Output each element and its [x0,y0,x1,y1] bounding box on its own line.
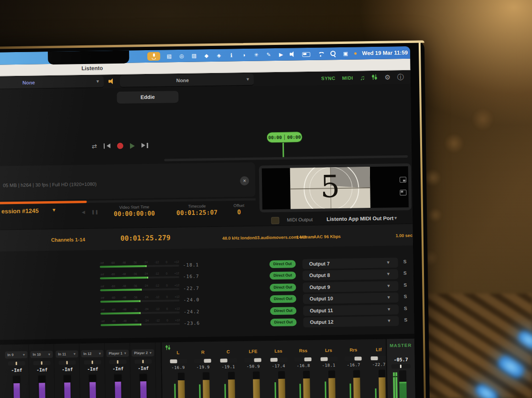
pan-slider[interactable] [135,359,152,364]
fader-handle[interactable] [64,375,71,382]
fader-handle[interactable] [140,374,147,381]
skip-back-icon[interactable]: ◀ [82,210,85,215]
playhead-badge[interactable]: 00:00 00:00 [267,131,303,143]
fader-handle[interactable] [278,371,285,379]
record-button[interactable] [117,143,123,149]
browser-icon[interactable]: ◎ [178,52,185,59]
profile-button[interactable]: Eddie [117,91,178,104]
fader-track[interactable] [219,372,238,398]
fader-track[interactable] [270,371,288,398]
skip-forward-button[interactable] [141,143,148,148]
video-preview[interactable]: 5 [262,166,409,210]
pan-thumb[interactable] [170,359,177,363]
fader-handle[interactable] [203,372,209,380]
input-select[interactable]: In 9▼ [5,351,27,359]
pan-thumb[interactable] [371,356,378,360]
pan-slider[interactable] [294,357,313,362]
user-switch-icon[interactable]: ▣ [342,50,349,57]
direct-out-button[interactable]: Direct Out [270,283,296,291]
chevron-down-icon[interactable]: ▼ [393,215,398,220]
pan-slider[interactable] [33,361,51,366]
timeline-scrubber[interactable] [164,155,408,161]
fader-handle[interactable] [228,372,235,379]
fader-track[interactable] [12,375,21,398]
fader-handle[interactable] [253,372,260,379]
fader-track[interactable] [294,371,313,398]
pan-slider[interactable] [84,360,101,365]
midi-port-select[interactable]: Listento App MIDI Out Port [326,215,393,222]
pan-slider[interactable] [244,357,262,363]
pan-thumb[interactable] [254,358,261,362]
session-select[interactable]: ession #1245 [1,207,39,215]
sync-button[interactable]: SYNC [321,75,336,81]
pan-slider[interactable] [194,358,212,364]
pan-slider[interactable] [370,356,388,361]
solo-button[interactable]: S [403,259,407,264]
gear-icon[interactable]: ⚙ [384,74,391,80]
fader-handle[interactable] [353,370,360,377]
fader-track[interactable] [38,375,46,398]
output-select[interactable]: Output 9▼ [303,281,398,292]
search-icon[interactable] [329,50,337,57]
input-select[interactable]: In 10▼ [30,351,53,358]
chat-icon[interactable]: ◆ [203,52,210,59]
solo-button[interactable]: S [403,282,407,288]
pan-slider[interactable] [345,356,363,361]
direct-out-button[interactable]: Direct Out [270,307,296,315]
solo-button[interactable]: S [404,306,407,311]
input-select[interactable]: In 11▼ [55,350,78,358]
output-select[interactable]: Output 12▼ [303,316,399,327]
output-select[interactable]: Output 7▼ [303,258,398,269]
files-icon[interactable]: ▨ [190,52,197,59]
pan-thumb[interactable] [271,358,278,362]
fader-track[interactable] [63,374,72,398]
pan-slider[interactable] [109,360,127,365]
fader-handle[interactable] [178,373,185,380]
fader-track[interactable] [320,370,338,398]
fader-track[interactable] [169,373,188,398]
wifi-icon[interactable] [317,50,324,57]
fader-track[interactable] [244,371,263,398]
offset-field[interactable]: Offset 0 [225,203,253,216]
volume-icon[interactable] [290,51,297,58]
pan-slider[interactable] [8,361,25,366]
master-pan-slider[interactable] [391,364,411,369]
master-fader[interactable] [399,382,407,398]
output-select[interactable]: Output 8▼ [303,269,398,280]
sliders-icon[interactable] [371,74,378,81]
input-select[interactable]: In 12▼ [81,350,103,357]
pan-slider[interactable] [59,360,76,365]
pan-thumb[interactable] [304,357,312,361]
fader-track[interactable] [88,374,97,398]
pan-slider[interactable] [169,359,187,364]
solo-button[interactable]: S [403,270,407,276]
output-select[interactable]: Output 10▼ [303,292,399,304]
fader-track[interactable] [345,370,363,398]
midi-output-checkbox[interactable] [271,217,279,224]
fader-track[interactable] [114,374,122,398]
output-device-select[interactable]: None ▼ [120,74,254,88]
fullscreen-icon[interactable] [400,190,406,195]
play-button[interactable] [130,143,135,149]
output-select[interactable]: Output 11▼ [303,304,399,316]
shield-icon[interactable]: ◈ [215,52,222,59]
fader-handle[interactable] [303,371,310,378]
pip-icon[interactable] [400,177,406,183]
battery-icon[interactable] [302,50,312,57]
direct-out-button[interactable]: Direct Out [270,295,296,303]
pan-slider[interactable] [320,356,338,362]
input-select[interactable]: Player 2▼ [131,349,154,357]
input-device-select[interactable]: None ▼ [0,75,104,90]
direct-out-button[interactable]: Direct Out [270,260,296,268]
pan-thumb[interactable] [204,359,211,363]
solo-button[interactable]: S [404,317,407,323]
printer-icon[interactable]: ▤ [165,53,173,60]
info-icon[interactable]: ⓘ [397,74,404,80]
pan-slider[interactable] [270,357,288,363]
info-icon[interactable]: ℹ [228,52,235,59]
menubar-clock[interactable]: Wed 19 Mar 11:59 [362,50,408,56]
direct-out-button[interactable]: Direct Out [270,318,296,326]
fader-handle[interactable] [13,376,20,383]
music-note-icon[interactable]: ♫ [360,74,365,81]
midi-button[interactable]: MIDI [342,75,353,80]
